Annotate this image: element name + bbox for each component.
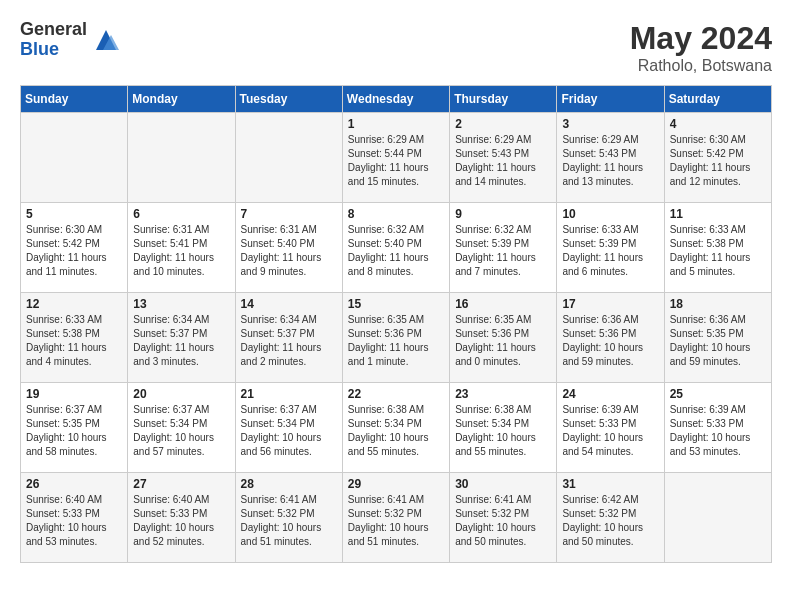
calendar-cell: 12Sunrise: 6:33 AM Sunset: 5:38 PM Dayli… (21, 293, 128, 383)
day-number: 8 (348, 207, 444, 221)
day-number: 25 (670, 387, 766, 401)
day-number: 18 (670, 297, 766, 311)
day-number: 29 (348, 477, 444, 491)
day-number: 12 (26, 297, 122, 311)
day-info: Sunrise: 6:42 AM Sunset: 5:32 PM Dayligh… (562, 493, 658, 549)
calendar-cell: 2Sunrise: 6:29 AM Sunset: 5:43 PM Daylig… (450, 113, 557, 203)
weekday-header-friday: Friday (557, 86, 664, 113)
day-number: 2 (455, 117, 551, 131)
weekday-header-saturday: Saturday (664, 86, 771, 113)
calendar-cell (21, 113, 128, 203)
day-info: Sunrise: 6:40 AM Sunset: 5:33 PM Dayligh… (26, 493, 122, 549)
day-number: 19 (26, 387, 122, 401)
calendar-week-row: 1Sunrise: 6:29 AM Sunset: 5:44 PM Daylig… (21, 113, 772, 203)
day-info: Sunrise: 6:41 AM Sunset: 5:32 PM Dayligh… (348, 493, 444, 549)
calendar-cell: 28Sunrise: 6:41 AM Sunset: 5:32 PM Dayli… (235, 473, 342, 563)
calendar-week-row: 5Sunrise: 6:30 AM Sunset: 5:42 PM Daylig… (21, 203, 772, 293)
calendar-week-row: 12Sunrise: 6:33 AM Sunset: 5:38 PM Dayli… (21, 293, 772, 383)
day-number: 4 (670, 117, 766, 131)
calendar-cell: 22Sunrise: 6:38 AM Sunset: 5:34 PM Dayli… (342, 383, 449, 473)
day-number: 11 (670, 207, 766, 221)
day-number: 28 (241, 477, 337, 491)
day-info: Sunrise: 6:37 AM Sunset: 5:34 PM Dayligh… (133, 403, 229, 459)
calendar-cell: 16Sunrise: 6:35 AM Sunset: 5:36 PM Dayli… (450, 293, 557, 383)
day-number: 13 (133, 297, 229, 311)
location-subtitle: Ratholo, Botswana (630, 57, 772, 75)
day-number: 22 (348, 387, 444, 401)
calendar-cell: 27Sunrise: 6:40 AM Sunset: 5:33 PM Dayli… (128, 473, 235, 563)
day-info: Sunrise: 6:34 AM Sunset: 5:37 PM Dayligh… (241, 313, 337, 369)
calendar-cell: 15Sunrise: 6:35 AM Sunset: 5:36 PM Dayli… (342, 293, 449, 383)
day-number: 17 (562, 297, 658, 311)
day-number: 15 (348, 297, 444, 311)
calendar-cell: 3Sunrise: 6:29 AM Sunset: 5:43 PM Daylig… (557, 113, 664, 203)
day-info: Sunrise: 6:31 AM Sunset: 5:41 PM Dayligh… (133, 223, 229, 279)
calendar-cell: 31Sunrise: 6:42 AM Sunset: 5:32 PM Dayli… (557, 473, 664, 563)
day-info: Sunrise: 6:41 AM Sunset: 5:32 PM Dayligh… (241, 493, 337, 549)
calendar-cell: 24Sunrise: 6:39 AM Sunset: 5:33 PM Dayli… (557, 383, 664, 473)
calendar-cell: 14Sunrise: 6:34 AM Sunset: 5:37 PM Dayli… (235, 293, 342, 383)
day-info: Sunrise: 6:30 AM Sunset: 5:42 PM Dayligh… (670, 133, 766, 189)
calendar-cell: 18Sunrise: 6:36 AM Sunset: 5:35 PM Dayli… (664, 293, 771, 383)
logo: General Blue (20, 20, 121, 60)
day-number: 23 (455, 387, 551, 401)
calendar-cell (128, 113, 235, 203)
day-number: 3 (562, 117, 658, 131)
calendar-cell: 20Sunrise: 6:37 AM Sunset: 5:34 PM Dayli… (128, 383, 235, 473)
calendar-week-row: 26Sunrise: 6:40 AM Sunset: 5:33 PM Dayli… (21, 473, 772, 563)
calendar-cell: 21Sunrise: 6:37 AM Sunset: 5:34 PM Dayli… (235, 383, 342, 473)
day-number: 10 (562, 207, 658, 221)
day-info: Sunrise: 6:33 AM Sunset: 5:39 PM Dayligh… (562, 223, 658, 279)
calendar-cell: 23Sunrise: 6:38 AM Sunset: 5:34 PM Dayli… (450, 383, 557, 473)
weekday-header-tuesday: Tuesday (235, 86, 342, 113)
day-info: Sunrise: 6:37 AM Sunset: 5:34 PM Dayligh… (241, 403, 337, 459)
calendar-cell: 7Sunrise: 6:31 AM Sunset: 5:40 PM Daylig… (235, 203, 342, 293)
day-number: 27 (133, 477, 229, 491)
day-number: 14 (241, 297, 337, 311)
day-info: Sunrise: 6:38 AM Sunset: 5:34 PM Dayligh… (455, 403, 551, 459)
calendar-table: SundayMondayTuesdayWednesdayThursdayFrid… (20, 85, 772, 563)
day-info: Sunrise: 6:33 AM Sunset: 5:38 PM Dayligh… (26, 313, 122, 369)
day-info: Sunrise: 6:29 AM Sunset: 5:44 PM Dayligh… (348, 133, 444, 189)
day-info: Sunrise: 6:36 AM Sunset: 5:36 PM Dayligh… (562, 313, 658, 369)
day-info: Sunrise: 6:35 AM Sunset: 5:36 PM Dayligh… (455, 313, 551, 369)
day-number: 5 (26, 207, 122, 221)
day-number: 24 (562, 387, 658, 401)
calendar-cell: 8Sunrise: 6:32 AM Sunset: 5:40 PM Daylig… (342, 203, 449, 293)
day-number: 26 (26, 477, 122, 491)
day-info: Sunrise: 6:38 AM Sunset: 5:34 PM Dayligh… (348, 403, 444, 459)
calendar-cell: 6Sunrise: 6:31 AM Sunset: 5:41 PM Daylig… (128, 203, 235, 293)
calendar-cell: 4Sunrise: 6:30 AM Sunset: 5:42 PM Daylig… (664, 113, 771, 203)
calendar-cell: 9Sunrise: 6:32 AM Sunset: 5:39 PM Daylig… (450, 203, 557, 293)
calendar-cell: 5Sunrise: 6:30 AM Sunset: 5:42 PM Daylig… (21, 203, 128, 293)
calendar-week-row: 19Sunrise: 6:37 AM Sunset: 5:35 PM Dayli… (21, 383, 772, 473)
calendar-cell: 17Sunrise: 6:36 AM Sunset: 5:36 PM Dayli… (557, 293, 664, 383)
weekday-header-row: SundayMondayTuesdayWednesdayThursdayFrid… (21, 86, 772, 113)
calendar-cell: 10Sunrise: 6:33 AM Sunset: 5:39 PM Dayli… (557, 203, 664, 293)
day-number: 9 (455, 207, 551, 221)
calendar-cell (235, 113, 342, 203)
day-info: Sunrise: 6:37 AM Sunset: 5:35 PM Dayligh… (26, 403, 122, 459)
month-year-title: May 2024 (630, 20, 772, 57)
day-info: Sunrise: 6:30 AM Sunset: 5:42 PM Dayligh… (26, 223, 122, 279)
logo-general-text: General (20, 20, 87, 40)
calendar-cell: 1Sunrise: 6:29 AM Sunset: 5:44 PM Daylig… (342, 113, 449, 203)
weekday-header-wednesday: Wednesday (342, 86, 449, 113)
day-info: Sunrise: 6:36 AM Sunset: 5:35 PM Dayligh… (670, 313, 766, 369)
day-number: 21 (241, 387, 337, 401)
day-info: Sunrise: 6:32 AM Sunset: 5:40 PM Dayligh… (348, 223, 444, 279)
day-number: 6 (133, 207, 229, 221)
day-info: Sunrise: 6:32 AM Sunset: 5:39 PM Dayligh… (455, 223, 551, 279)
day-info: Sunrise: 6:40 AM Sunset: 5:33 PM Dayligh… (133, 493, 229, 549)
day-info: Sunrise: 6:29 AM Sunset: 5:43 PM Dayligh… (562, 133, 658, 189)
calendar-cell: 11Sunrise: 6:33 AM Sunset: 5:38 PM Dayli… (664, 203, 771, 293)
day-info: Sunrise: 6:31 AM Sunset: 5:40 PM Dayligh… (241, 223, 337, 279)
weekday-header-sunday: Sunday (21, 86, 128, 113)
weekday-header-thursday: Thursday (450, 86, 557, 113)
logo-icon (91, 25, 121, 55)
day-number: 7 (241, 207, 337, 221)
calendar-cell: 30Sunrise: 6:41 AM Sunset: 5:32 PM Dayli… (450, 473, 557, 563)
day-number: 20 (133, 387, 229, 401)
calendar-cell: 29Sunrise: 6:41 AM Sunset: 5:32 PM Dayli… (342, 473, 449, 563)
calendar-cell: 26Sunrise: 6:40 AM Sunset: 5:33 PM Dayli… (21, 473, 128, 563)
